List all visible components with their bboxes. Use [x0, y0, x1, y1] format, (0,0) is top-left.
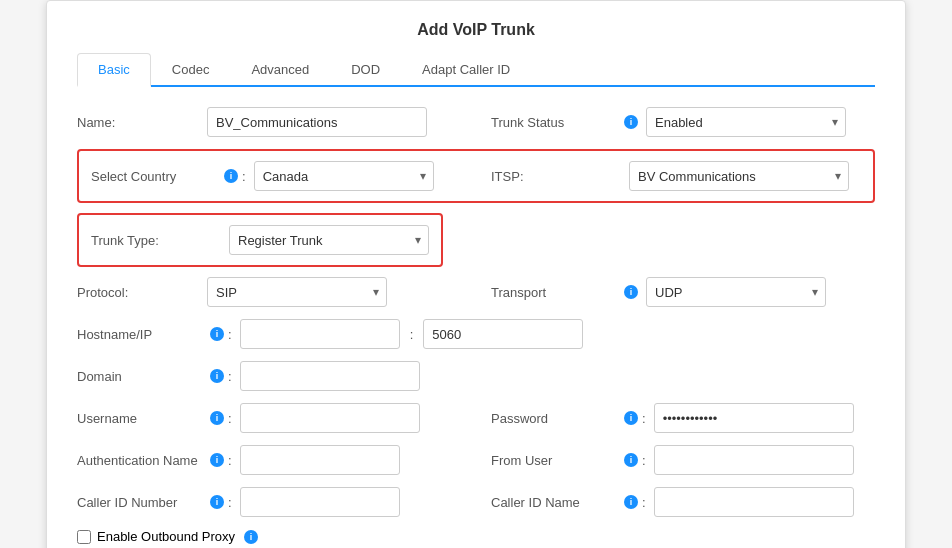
auth-name-label: Authentication Name — [77, 453, 207, 468]
outbound-proxy-info-icon[interactable]: i — [244, 530, 258, 544]
protocol-label: Protocol: — [77, 285, 207, 300]
cell-itsp: ITSP: BV Communications — [491, 161, 861, 191]
itsp-select-wrapper: BV Communications — [629, 161, 849, 191]
username-label: Username — [77, 411, 207, 426]
row-domain: Domain i : — [77, 361, 875, 391]
trunk-type-section: Trunk Type: Register Trunk Peer Trunk Ac… — [77, 213, 443, 267]
caller-id-name-label: Caller ID Name — [491, 495, 621, 510]
cell-select-country: Select Country i : Canada United States … — [91, 161, 461, 191]
from-user-label: From User — [491, 453, 621, 468]
cell-name: Name: — [77, 107, 461, 137]
name-input[interactable] — [207, 107, 427, 137]
transport-label: Transport — [491, 285, 621, 300]
trunk-type-select[interactable]: Register Trunk Peer Trunk Account Trunk — [229, 225, 429, 255]
transport-info-icon[interactable]: i — [624, 285, 638, 299]
auth-name-input[interactable] — [240, 445, 400, 475]
select-country-wrapper: Canada United States United Kingdom — [254, 161, 434, 191]
caller-id-number-input[interactable] — [240, 487, 400, 517]
protocol-select-wrapper: SIP IAX — [207, 277, 387, 307]
tab-advanced[interactable]: Advanced — [230, 53, 330, 85]
caller-id-name-info-icon[interactable]: i — [624, 495, 638, 509]
cell-from-user: From User i : — [491, 445, 875, 475]
password-info-icon[interactable]: i — [624, 411, 638, 425]
hostname-colon: : — [410, 327, 414, 342]
add-voip-trunk-modal: Add VoIP Trunk Basic Codec Advanced DOD … — [46, 0, 906, 548]
modal-title: Add VoIP Trunk — [77, 21, 875, 39]
caller-id-number-info-icon[interactable]: i — [210, 495, 224, 509]
cell-auth-name: Authentication Name i : — [77, 445, 461, 475]
trunk-status-select[interactable]: Enabled Disabled — [646, 107, 846, 137]
country-itsp-section: Select Country i : Canada United States … — [77, 149, 875, 203]
hostname-label: Hostname/IP — [77, 327, 207, 342]
protocol-select[interactable]: SIP IAX — [207, 277, 387, 307]
hostname-group: : — [240, 319, 584, 349]
enable-outbound-proxy-checkbox[interactable] — [77, 530, 91, 544]
cell-username: Username i : — [77, 403, 461, 433]
row-hostname: Hostname/IP i : : — [77, 319, 875, 349]
trunk-status-select-wrapper: Enabled Disabled — [646, 107, 846, 137]
row-caller-id: Caller ID Number i : Caller ID Name i : — [77, 487, 875, 517]
trunk-status-label: Trunk Status — [491, 115, 621, 130]
trunk-type-select-wrapper: Register Trunk Peer Trunk Account Trunk — [229, 225, 429, 255]
transport-select[interactable]: UDP TCP TLS — [646, 277, 826, 307]
tab-dod[interactable]: DOD — [330, 53, 401, 85]
from-user-input[interactable] — [654, 445, 854, 475]
caller-id-name-input[interactable] — [654, 487, 854, 517]
itsp-label: ITSP: — [491, 169, 621, 184]
cell-domain: Domain i : — [77, 361, 476, 391]
row-protocol-transport: Protocol: SIP IAX Transport i UDP TCP TL… — [77, 277, 875, 307]
cell-hostname: Hostname/IP i : : — [77, 319, 583, 349]
tab-codec[interactable]: Codec — [151, 53, 231, 85]
name-label: Name: — [77, 115, 207, 130]
row-country-itsp: Select Country i : Canada United States … — [91, 161, 861, 191]
domain-info-icon[interactable]: i — [210, 369, 224, 383]
cell-password: Password i : — [491, 403, 875, 433]
row-auth-from: Authentication Name i : From User i : — [77, 445, 875, 475]
trunk-type-label: Trunk Type: — [91, 233, 221, 248]
caller-id-number-label: Caller ID Number — [77, 495, 207, 510]
port-input[interactable] — [423, 319, 583, 349]
trunk-status-info-icon[interactable]: i — [624, 115, 638, 129]
hostname-input[interactable] — [240, 319, 400, 349]
from-user-info-icon[interactable]: i — [624, 453, 638, 467]
cell-caller-id-number: Caller ID Number i : — [77, 487, 461, 517]
domain-input[interactable] — [240, 361, 420, 391]
cell-caller-id-name: Caller ID Name i : — [491, 487, 875, 517]
tab-adapt-caller-id[interactable]: Adapt Caller ID — [401, 53, 531, 85]
select-country-label: Select Country — [91, 169, 221, 184]
select-country-select[interactable]: Canada United States United Kingdom — [254, 161, 434, 191]
cell-trunk-status: Trunk Status i Enabled Disabled — [491, 107, 875, 137]
row-outbound-proxy: Enable Outbound Proxy i — [77, 529, 875, 544]
username-info-icon[interactable]: i — [210, 411, 224, 425]
domain-label: Domain — [77, 369, 207, 384]
transport-select-wrapper: UDP TCP TLS — [646, 277, 826, 307]
auth-name-info-icon[interactable]: i — [210, 453, 224, 467]
tab-bar: Basic Codec Advanced DOD Adapt Caller ID — [77, 53, 875, 87]
row-username-password: Username i : Password i : — [77, 403, 875, 433]
tab-basic[interactable]: Basic — [77, 53, 151, 87]
itsp-select[interactable]: BV Communications — [629, 161, 849, 191]
enable-outbound-proxy-label: Enable Outbound Proxy — [97, 529, 235, 544]
select-country-info-icon[interactable]: i — [224, 169, 238, 183]
password-input[interactable] — [654, 403, 854, 433]
form-section: Name: Trunk Status i Enabled Disabled S — [77, 107, 875, 544]
hostname-info-icon[interactable]: i — [210, 327, 224, 341]
cell-protocol: Protocol: SIP IAX — [77, 277, 461, 307]
row-name-trunk-status: Name: Trunk Status i Enabled Disabled — [77, 107, 875, 137]
cell-transport: Transport i UDP TCP TLS — [491, 277, 875, 307]
username-input[interactable] — [240, 403, 420, 433]
password-label: Password — [491, 411, 621, 426]
